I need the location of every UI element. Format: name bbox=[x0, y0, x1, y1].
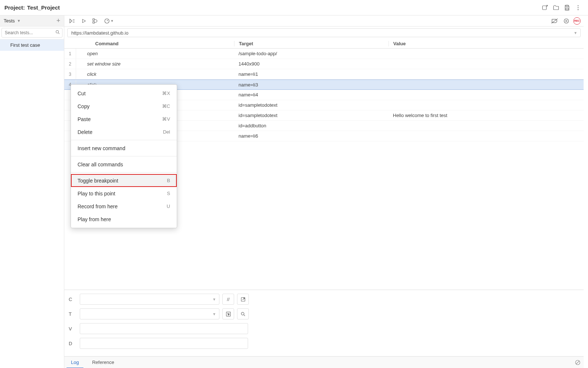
sidebar-header[interactable]: Tests ▼ + bbox=[0, 15, 64, 26]
row-target: id=sampletodotext bbox=[234, 102, 388, 108]
tab-reference[interactable]: Reference bbox=[86, 357, 121, 368]
menu-item-label: Play to this point bbox=[78, 191, 115, 197]
menu-shortcut: Del bbox=[163, 129, 170, 135]
editor-target-input[interactable]: ▼ bbox=[80, 308, 219, 319]
test-list: First test case bbox=[0, 39, 64, 368]
editor-value-label: V bbox=[69, 326, 80, 332]
toolbar: ▼ REC bbox=[64, 15, 584, 26]
row-value: Hello welcome to first test bbox=[388, 113, 584, 118]
svg-rect-12 bbox=[226, 312, 230, 316]
svg-rect-8 bbox=[93, 21, 95, 23]
menu-item[interactable]: Toggle breakpointB bbox=[71, 174, 177, 187]
comment-button[interactable]: // bbox=[222, 294, 234, 305]
dropdown-icon: ▼ bbox=[212, 297, 216, 301]
menu-shortcut: ⌘V bbox=[162, 116, 170, 122]
select-target-icon[interactable] bbox=[222, 308, 234, 319]
new-project-icon[interactable] bbox=[539, 2, 551, 13]
tab-log[interactable]: Log bbox=[64, 357, 86, 368]
editor-command-input[interactable]: ▼ bbox=[80, 294, 219, 305]
menu-item[interactable]: Clear all commands bbox=[71, 158, 177, 171]
caret-down-icon: ▼ bbox=[17, 19, 21, 23]
svg-point-6 bbox=[56, 31, 58, 33]
row-command: click bbox=[76, 71, 234, 77]
grid-header: Command Target Value bbox=[64, 39, 584, 49]
menu-item[interactable]: Cut⌘X bbox=[71, 87, 177, 100]
editor-desc-input[interactable] bbox=[80, 338, 248, 349]
test-item[interactable]: First test case bbox=[0, 39, 64, 51]
project-name: Test_Project bbox=[27, 4, 60, 11]
menu-item[interactable]: Paste⌘V bbox=[71, 113, 177, 125]
menu-item-label: Copy bbox=[78, 103, 90, 109]
row-number: 1 bbox=[64, 49, 76, 59]
menu-item-label: Cut bbox=[78, 91, 86, 96]
clear-log-icon[interactable] bbox=[572, 357, 584, 368]
menu-item-label: Paste bbox=[78, 116, 91, 122]
menu-item[interactable]: Insert new command bbox=[71, 142, 177, 155]
save-icon[interactable] bbox=[562, 2, 573, 13]
disable-breakpoints-icon[interactable] bbox=[550, 16, 559, 26]
project-label: Project: bbox=[4, 4, 25, 11]
table-row[interactable]: 2set window size1440x900 bbox=[64, 59, 584, 69]
step-icon[interactable] bbox=[91, 16, 100, 26]
svg-point-13 bbox=[241, 312, 244, 315]
search-tests-input[interactable] bbox=[1, 28, 62, 38]
row-command: open bbox=[76, 51, 234, 56]
row-target: name=li1 bbox=[234, 71, 388, 77]
col-command: Command bbox=[76, 41, 234, 46]
svg-rect-11 bbox=[241, 297, 245, 301]
context-menu: Cut⌘XCopy⌘CPaste⌘VDeleteDelInsert new co… bbox=[71, 84, 177, 228]
pause-on-exception-icon[interactable] bbox=[562, 16, 571, 26]
menu-item-label: Insert new command bbox=[78, 145, 125, 151]
row-target: 1440x900 bbox=[234, 61, 388, 67]
row-command: set window size bbox=[76, 61, 234, 67]
svg-rect-7 bbox=[93, 19, 95, 21]
add-test-button[interactable]: + bbox=[56, 17, 60, 25]
base-url-text: https://lambdatest.github.io bbox=[71, 30, 128, 36]
open-project-icon[interactable] bbox=[551, 2, 562, 13]
menu-item-label: Play from here bbox=[78, 216, 111, 222]
search-icon[interactable] bbox=[55, 30, 60, 36]
menu-item[interactable]: Record from hereU bbox=[71, 200, 177, 213]
editor-command-label: C bbox=[69, 297, 80, 302]
find-target-icon[interactable] bbox=[237, 308, 249, 319]
row-target: name=li4 bbox=[234, 92, 388, 98]
svg-point-10 bbox=[564, 19, 569, 23]
speed-icon[interactable]: ▼ bbox=[103, 16, 115, 26]
table-row[interactable]: 1open/sample-todo-app/ bbox=[64, 49, 584, 59]
svg-point-14 bbox=[576, 360, 580, 365]
menu-shortcut: ⌘C bbox=[162, 103, 170, 109]
svg-point-3 bbox=[578, 5, 578, 6]
col-target: Target bbox=[234, 41, 388, 46]
menu-shortcut: B bbox=[167, 178, 170, 183]
editor-target-label: T bbox=[69, 311, 80, 317]
row-target: name=li6 bbox=[234, 133, 388, 139]
run-icon[interactable] bbox=[79, 16, 89, 26]
run-all-icon[interactable] bbox=[67, 16, 77, 26]
titlebar: Project: Test_Project bbox=[0, 0, 588, 15]
sidebar: Tests ▼ + First test case bbox=[0, 15, 64, 368]
editor-value-input[interactable] bbox=[80, 323, 248, 334]
bottom-tabs: Log Reference bbox=[64, 356, 584, 368]
dropdown-icon: ▼ bbox=[212, 312, 216, 316]
table-row[interactable]: 3clickname=li1 bbox=[64, 69, 584, 79]
menu-shortcut: U bbox=[167, 204, 170, 209]
base-url-input[interactable]: https://lambdatest.github.io ▼ bbox=[67, 28, 581, 37]
svg-point-5 bbox=[578, 9, 578, 10]
menu-item-label: Toggle breakpoint bbox=[78, 178, 118, 184]
more-menu-icon[interactable] bbox=[573, 2, 584, 13]
menu-shortcut: S bbox=[167, 191, 170, 196]
svg-point-9 bbox=[105, 19, 109, 23]
record-button[interactable]: REC bbox=[573, 17, 581, 25]
menu-item[interactable]: Play to this pointS bbox=[71, 187, 177, 200]
row-number: 2 bbox=[64, 59, 76, 69]
svg-rect-0 bbox=[542, 6, 546, 10]
menu-item[interactable]: Copy⌘C bbox=[71, 100, 177, 113]
url-dropdown-icon[interactable]: ▼ bbox=[574, 31, 577, 35]
menu-shortcut: ⌘X bbox=[162, 91, 170, 96]
svg-rect-2 bbox=[566, 8, 568, 10]
row-target: name=li3 bbox=[234, 82, 388, 88]
menu-item[interactable]: DeleteDel bbox=[71, 125, 177, 138]
open-new-window-icon[interactable] bbox=[237, 294, 249, 305]
menu-item-label: Clear all commands bbox=[78, 162, 123, 167]
menu-item[interactable]: Play from here bbox=[71, 213, 177, 226]
